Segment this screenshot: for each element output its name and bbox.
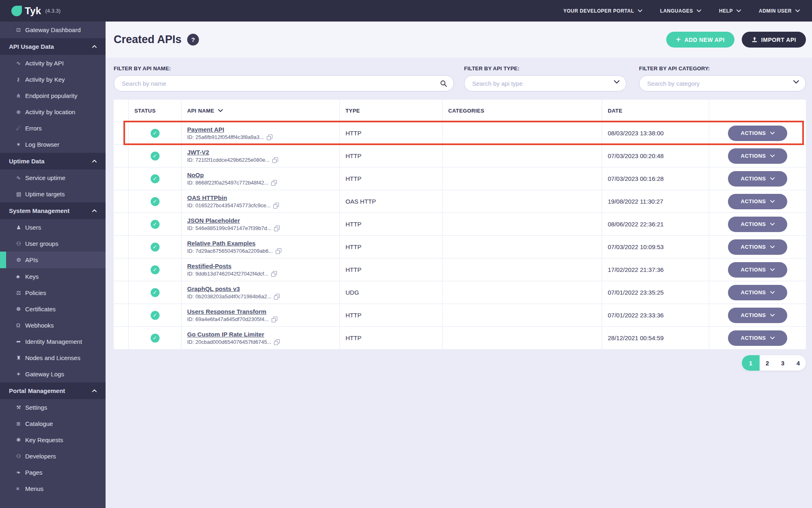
topbar-menu-admin-user[interactable]: ADMIN USER xyxy=(759,8,800,14)
status-active-icon: ✓ xyxy=(151,129,160,138)
sidebar-section-portal-management[interactable]: Portal Management xyxy=(0,382,106,399)
sidebar-item-errors[interactable]: ☄ Errors xyxy=(0,120,106,136)
api-name-link[interactable]: JWT-V2 xyxy=(187,149,209,156)
sidebar-item-key-requests[interactable]: ❃ Key Requests xyxy=(0,432,106,448)
sidebar-item-identity-management[interactable]: ➦ Identity Management xyxy=(0,333,106,350)
api-id-text: ID: 0b2038203a5d4f0c71984b6a2... xyxy=(187,293,271,300)
tyk-logo[interactable]: Tyk (4.3.3) xyxy=(11,5,60,17)
copy-icon[interactable] xyxy=(272,317,277,322)
catalogue-icon: ≣ xyxy=(16,421,24,427)
sidebar-item-pages[interactable]: ❧ Pages xyxy=(0,464,106,480)
api-name-link[interactable]: GraphQL posts v3 xyxy=(187,285,240,292)
copy-icon[interactable] xyxy=(276,248,281,254)
identity-icon: ➦ xyxy=(16,339,24,345)
sidebar-section-uptime-data[interactable]: Uptime Data xyxy=(0,153,106,169)
sidebar-item-policies[interactable]: ⚖ Policies xyxy=(0,284,106,301)
sidebar-item-uptime-targets[interactable]: ▤ Uptime targets xyxy=(0,186,106,202)
filter-api-type-select[interactable] xyxy=(464,75,626,91)
actions-button[interactable]: ACTIONS xyxy=(728,285,787,300)
api-name-link[interactable]: Payment API xyxy=(187,126,224,133)
copy-icon[interactable] xyxy=(273,203,279,208)
sidebar-item-gateway-logs[interactable]: ✶ Gateway Logs xyxy=(0,366,106,382)
column-header-api-name[interactable]: API NAME xyxy=(181,100,339,122)
filter-api-category-select[interactable] xyxy=(639,75,806,91)
chevron-down-icon xyxy=(770,245,775,248)
sidebar-section-api-usage-data[interactable]: API Usage Data xyxy=(0,38,106,55)
building-icon: ♜ xyxy=(16,355,24,361)
sidebar-item-keys[interactable]: ♣ Keys xyxy=(0,268,106,284)
sidebar-item-activity-by-api[interactable]: ∿ Activity by API xyxy=(0,55,106,71)
api-date-cell: 07/01/2022 23:35:25 xyxy=(602,281,709,304)
filter-api-name-input[interactable] xyxy=(114,75,454,91)
sidebar-item-gateway-dashboard[interactable]: ⊡ Gateway Dashboard xyxy=(0,22,106,38)
api-name-link[interactable]: JSON Placeholder xyxy=(187,217,240,224)
pagination-page-3[interactable]: 3 xyxy=(775,355,790,371)
actions-button[interactable]: ACTIONS xyxy=(728,239,787,255)
api-type-cell: OAS HTTP xyxy=(339,190,442,213)
actions-button[interactable]: ACTIONS xyxy=(728,126,787,141)
copy-icon[interactable] xyxy=(274,226,280,231)
actions-button[interactable]: ACTIONS xyxy=(728,217,787,232)
sidebar-item-users[interactable]: ♟ Users xyxy=(0,219,106,235)
status-active-icon: ✓ xyxy=(151,174,160,183)
chevron-up-icon xyxy=(92,160,97,163)
pagination: 1234 xyxy=(742,355,806,371)
actions-button[interactable]: ACTIONS xyxy=(728,171,787,187)
leaf-icon: ❧ xyxy=(16,469,24,475)
add-new-api-button[interactable]: + ADD NEW API xyxy=(666,32,734,48)
api-id-text: ID: 25a6fb912f054fff4c3f8a9a3... xyxy=(187,134,264,140)
sidebar-item-catalogue[interactable]: ≣ Catalogue xyxy=(0,415,106,432)
topbar-menu-languages[interactable]: LANGUAGES xyxy=(660,8,701,14)
sidebar-item-webhooks[interactable]: Ω Webhooks xyxy=(0,317,106,333)
help-icon[interactable]: ? xyxy=(187,34,199,46)
actions-button[interactable]: ACTIONS xyxy=(728,194,787,209)
actions-button[interactable]: ACTIONS xyxy=(728,330,787,346)
sidebar-item-service-uptime[interactable]: ∿ Service uptime xyxy=(0,169,106,186)
sidebar-item-log-browser[interactable]: ✶ Log Browser xyxy=(0,136,106,152)
chevron-down-icon xyxy=(614,80,620,84)
sidebar-item-menus[interactable]: ≡ Menus xyxy=(0,480,106,497)
sidebar-item-activity-by-key[interactable]: ⚷ Activity by Key xyxy=(0,71,106,87)
copy-icon[interactable] xyxy=(271,271,277,277)
pagination-page-2[interactable]: 2 xyxy=(760,355,775,371)
pagination-page-4[interactable]: 4 xyxy=(790,355,806,371)
sidebar-item-nodes-and-licenses[interactable]: ♜ Nodes and Licenses xyxy=(0,350,106,366)
table-body: ✓ Payment API ID: 25a6fb912f054fff4c3f8a… xyxy=(114,122,806,349)
api-id-text: ID: 20cbad000d654076457fd6745... xyxy=(187,339,271,345)
sidebar-item-certificates[interactable]: ❁ Certificates xyxy=(0,301,106,317)
chevron-down-icon xyxy=(736,9,741,12)
sidebar-section-system-management[interactable]: System Management xyxy=(0,202,106,219)
sidebar-item-activity-by-location[interactable]: ⊕ Activity by location xyxy=(0,104,106,120)
api-date-cell: 07/03/2022 10:09:53 xyxy=(602,236,709,258)
list-icon: ▤ xyxy=(16,191,24,197)
api-name-link[interactable]: Users Response Transform xyxy=(187,308,266,315)
api-name-link[interactable]: Restified-Posts xyxy=(187,263,231,269)
copy-icon[interactable] xyxy=(274,294,280,300)
copy-icon[interactable] xyxy=(272,157,278,163)
copy-icon[interactable] xyxy=(274,339,280,345)
sidebar-item-user-groups[interactable]: ⚇ User groups xyxy=(0,235,106,252)
sidebar-item-settings[interactable]: ⚒ Settings xyxy=(0,399,106,415)
actions-button[interactable]: ACTIONS xyxy=(728,148,787,164)
api-name-link[interactable]: NoOp xyxy=(187,172,204,178)
copy-icon[interactable] xyxy=(271,180,277,186)
copy-icon[interactable] xyxy=(267,135,272,140)
key-icon: ⚷ xyxy=(16,76,24,82)
api-name-link[interactable]: Go Custom IP Rate Limiter xyxy=(187,331,264,338)
api-date-cell: 17/02/2022 21:37:36 xyxy=(602,258,709,281)
activity-chart-icon: ∿ xyxy=(16,60,24,66)
sidebar-item-apis[interactable]: ⚙ APIs xyxy=(0,252,106,268)
pagination-page-1[interactable]: 1 xyxy=(742,355,760,371)
topbar-menu-help[interactable]: HELP xyxy=(719,8,741,14)
chevron-up-icon xyxy=(92,209,97,212)
actions-button[interactable]: ACTIONS xyxy=(728,308,787,323)
import-api-button[interactable]: IMPORT API xyxy=(742,32,806,48)
filter-label-api-name: FILTER BY API NAME: xyxy=(114,65,454,72)
sidebar-item-endpoint-popularity[interactable]: ⋔ Endpoint popularity xyxy=(0,87,106,104)
topbar-menu-your-developer-portal[interactable]: YOUR DEVELOPER PORTAL xyxy=(564,8,642,14)
actions-button[interactable]: ACTIONS xyxy=(728,262,787,278)
sidebar-item-developers[interactable]: ⚇ Developers xyxy=(0,448,106,464)
api-name-link[interactable]: Relative Path Examples xyxy=(187,240,255,247)
api-name-link[interactable]: OAS HTTPbin xyxy=(187,194,227,201)
chevron-down-icon xyxy=(638,9,642,12)
